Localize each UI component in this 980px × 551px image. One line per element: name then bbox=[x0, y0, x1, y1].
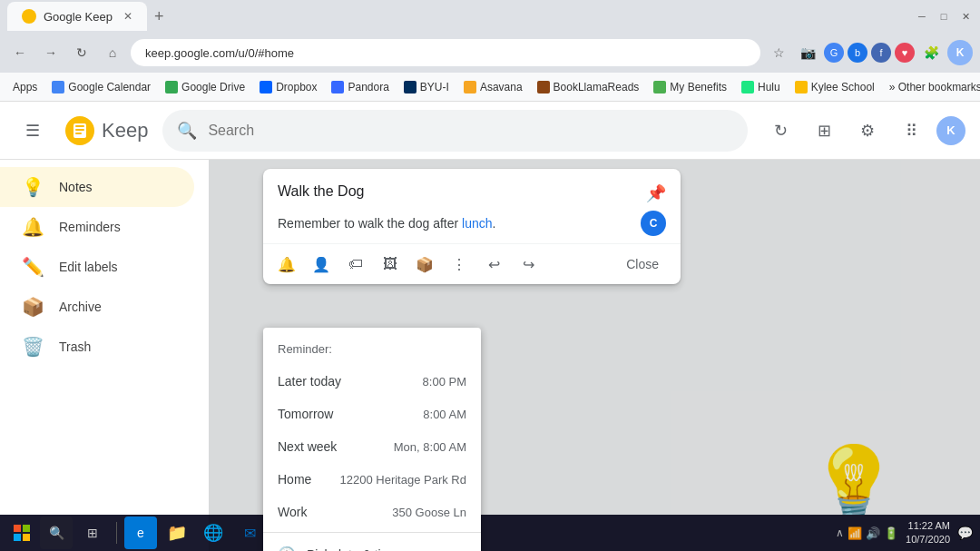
window-controls: ─ □ ✕ bbox=[915, 9, 973, 24]
ext3-icon[interactable]: f bbox=[871, 43, 891, 63]
note-body: Remember to walk the dog after lunch. C bbox=[263, 207, 681, 243]
top-app-bar: ☰ Keep 🔍 ↻ ⊞ ⚙ ⠿ K bbox=[0, 102, 980, 160]
bookmark-dropbox[interactable]: Dropbox bbox=[254, 79, 322, 95]
bookmark-asavana[interactable]: Asavana bbox=[458, 79, 528, 95]
home-button[interactable]: ⌂ bbox=[100, 40, 125, 65]
note-toolbar: 🔔 👤 🏷 🖼 📦 ⋮ ↩ ↪ Close bbox=[263, 243, 681, 284]
calendar-favicon bbox=[52, 81, 64, 93]
sidebar-item-edit-labels[interactable]: ✏️ Edit labels bbox=[0, 247, 194, 287]
sidebar-item-archive[interactable]: 📦 Archive bbox=[0, 287, 194, 327]
back-button[interactable]: ← bbox=[7, 40, 33, 65]
tab-close-button[interactable]: ✕ bbox=[123, 10, 132, 23]
kyleeschool-label: Kylee School bbox=[811, 81, 875, 93]
reminder-home-time: 12200 Heritage Park Rd bbox=[340, 473, 466, 487]
bookmark-bookllamareads[interactable]: BookLlamaReads bbox=[532, 79, 645, 95]
active-tab[interactable]: Google Keep ✕ bbox=[7, 2, 147, 31]
forward-button[interactable]: → bbox=[38, 40, 64, 65]
search-input[interactable] bbox=[208, 123, 733, 139]
trash-label: Trash bbox=[59, 339, 91, 354]
bookmark-my-benefits[interactable]: My Benefits bbox=[648, 79, 732, 95]
app-layout: 💡 Notes 🔔 Reminders ✏️ Edit labels 📦 Arc… bbox=[0, 160, 980, 551]
ext1-icon[interactable]: G bbox=[824, 43, 844, 63]
svg-rect-4 bbox=[14, 525, 21, 532]
ext2-icon[interactable]: b bbox=[848, 43, 867, 63]
archive-icon: 📦 bbox=[22, 296, 44, 318]
note-label-button[interactable]: 🏷 bbox=[339, 248, 372, 280]
byui-label: BYU-I bbox=[420, 81, 449, 93]
screenshot-icon[interactable]: 📷 bbox=[795, 40, 820, 65]
note-collaborator-button[interactable]: 👤 bbox=[305, 248, 338, 280]
reminder-title: Reminder: bbox=[263, 339, 481, 365]
menu-button[interactable]: ☰ bbox=[15, 113, 51, 149]
reminder-home[interactable]: Home 12200 Heritage Park Rd bbox=[263, 463, 481, 496]
edit-labels-icon: ✏️ bbox=[22, 256, 44, 278]
bookmark-other[interactable]: » Other bookmarks bbox=[884, 79, 980, 95]
keep-logo-icon bbox=[65, 116, 94, 145]
sidebar-item-notes[interactable]: 💡 Notes bbox=[0, 167, 194, 207]
reminder-tomorrow-label: Tomorrow bbox=[278, 407, 333, 421]
reload-button[interactable]: ↻ bbox=[69, 40, 94, 65]
reminder-work-time: 350 Goose Ln bbox=[392, 506, 466, 519]
svg-rect-6 bbox=[14, 534, 21, 541]
edit-labels-label: Edit labels bbox=[59, 260, 118, 274]
bookmark-pandora[interactable]: Pandora bbox=[326, 79, 394, 95]
reminder-later-today[interactable]: Later today 8:00 PM bbox=[263, 365, 481, 398]
bookmark-google-calendar[interactable]: Google Calendar bbox=[46, 79, 156, 95]
profile-avatar[interactable]: K bbox=[947, 40, 973, 65]
app-bar-actions: ↻ ⊞ ⚙ ⠿ K bbox=[762, 113, 965, 149]
settings-button[interactable]: ⚙ bbox=[849, 113, 886, 149]
main-content: Walk the Dog 📌 Remember to walk the dog … bbox=[209, 160, 980, 551]
note-more-button[interactable]: ⋮ bbox=[443, 248, 475, 280]
reminder-work[interactable]: Work 350 Goose Ln bbox=[263, 496, 481, 528]
ext4-icon[interactable]: ♥ bbox=[895, 43, 915, 63]
taskbar-edge[interactable]: e bbox=[124, 517, 157, 549]
close-window-button[interactable]: ✕ bbox=[958, 9, 973, 24]
note-undo-button[interactable]: ↩ bbox=[477, 248, 510, 280]
archive-label: Archive bbox=[59, 300, 102, 314]
note-archive-button[interactable]: 📦 bbox=[408, 248, 441, 280]
hulu-label: Hulu bbox=[758, 81, 780, 93]
search-bar[interactable]: 🔍 bbox=[162, 110, 748, 152]
taskbar-search[interactable]: 🔍 bbox=[40, 517, 73, 549]
start-button[interactable] bbox=[7, 518, 36, 547]
dropbox-favicon bbox=[260, 81, 272, 93]
note-redo-button[interactable]: ↪ bbox=[512, 248, 544, 280]
bookmark-apps[interactable]: Apps bbox=[7, 79, 43, 95]
address-input[interactable] bbox=[131, 39, 760, 66]
reminder-pick-date[interactable]: 🕐 Pick date & time bbox=[263, 536, 481, 551]
note-close-button[interactable]: Close bbox=[612, 251, 673, 277]
sidebar-item-trash[interactable]: 🗑️ Trash bbox=[0, 327, 194, 367]
new-tab-button[interactable]: + bbox=[151, 4, 168, 30]
maximize-button[interactable]: □ bbox=[936, 9, 951, 24]
grid-view-button[interactable]: ⊞ bbox=[806, 113, 842, 149]
minimize-button[interactable]: ─ bbox=[915, 9, 929, 24]
google-apps-button[interactable]: ⠿ bbox=[893, 113, 929, 149]
taskbar-file-explorer[interactable]: 📁 bbox=[161, 517, 193, 549]
reminder-next-week[interactable]: Next week Mon, 8:00 AM bbox=[263, 430, 481, 463]
note-reminder-button[interactable]: 🔔 bbox=[270, 248, 303, 280]
bookmark-hulu[interactable]: Hulu bbox=[736, 79, 786, 95]
bookmark-byui[interactable]: BYU-I bbox=[398, 79, 455, 95]
reminder-pick-date-label: Pick date & time bbox=[307, 547, 398, 552]
bookmark-google-drive[interactable]: Google Drive bbox=[160, 79, 250, 95]
svg-rect-1 bbox=[75, 125, 84, 127]
refresh-button[interactable]: ↻ bbox=[762, 113, 799, 149]
sidebar-item-reminders[interactable]: 🔔 Reminders bbox=[0, 207, 194, 247]
note-highlight: lunch bbox=[462, 216, 492, 231]
note-image-button[interactable]: 🖼 bbox=[374, 248, 407, 280]
svg-rect-5 bbox=[23, 525, 30, 532]
mybenefits-label: My Benefits bbox=[670, 81, 727, 93]
user-avatar[interactable]: K bbox=[936, 116, 965, 145]
search-icon: 🔍 bbox=[177, 121, 197, 141]
note-title: Walk the Dog bbox=[278, 183, 646, 200]
tab-favicon bbox=[22, 9, 36, 24]
note-pin-button[interactable]: 📌 bbox=[646, 183, 666, 203]
reminder-tomorrow[interactable]: Tomorrow 8:00 AM bbox=[263, 398, 481, 430]
bookmark-star-icon[interactable]: ☆ bbox=[766, 40, 791, 65]
apps-label: Apps bbox=[13, 81, 37, 93]
extensions-icon[interactable]: 🧩 bbox=[918, 40, 944, 65]
reminder-home-label: Home bbox=[278, 472, 311, 487]
taskbar-task-view[interactable]: ⊞ bbox=[76, 517, 109, 549]
bookmark-kylee-school[interactable]: Kylee School bbox=[789, 79, 880, 95]
reminder-next-week-label: Next week bbox=[278, 439, 337, 454]
